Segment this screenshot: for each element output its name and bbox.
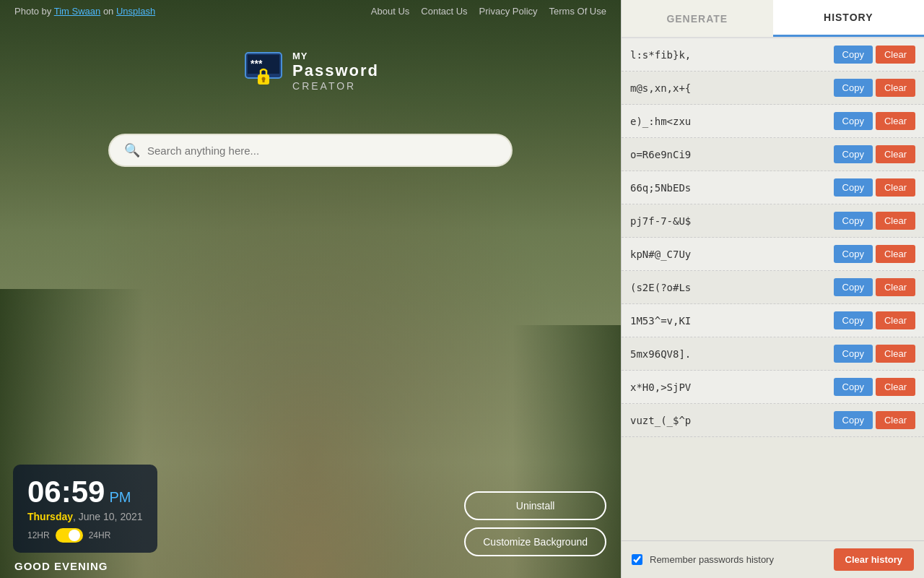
- password-value: (s2E(?o#Ls: [630, 282, 834, 293]
- photo-credit-prefix: Photo by: [14, 6, 54, 17]
- tab-generate[interactable]: GENERATE: [622, 0, 773, 37]
- copy-button[interactable]: Copy: [834, 112, 873, 130]
- clock-date-rest: , June 10, 2021: [73, 511, 143, 522]
- password-value: x*H0,>SjPV: [630, 381, 834, 393]
- copy-button[interactable]: Copy: [834, 79, 873, 97]
- password-list: l:s*fib}k,CopyClearm@s,xn,x+{CopyCleare)…: [622, 38, 924, 540]
- svg-rect-5: [263, 79, 265, 82]
- search-container: 🔍: [108, 134, 513, 167]
- left-panel: Photo by Tim Swaan on Unsplash About Us …: [0, 0, 621, 578]
- nav-terms[interactable]: Terms Of Use: [549, 6, 606, 17]
- clear-history-button[interactable]: Clear history: [834, 548, 914, 571]
- copy-button[interactable]: Copy: [834, 311, 873, 329]
- logo-icon: ***: [242, 51, 285, 91]
- password-value: 1M53^=v,KI: [630, 315, 834, 327]
- clear-button[interactable]: Clear: [876, 145, 915, 163]
- password-item: e)_:hm<zxuCopyClear: [622, 105, 924, 138]
- password-value: 66q;5NbEDs: [630, 182, 834, 194]
- clear-button[interactable]: Clear: [876, 411, 915, 429]
- password-item: o=R6e9nCi9CopyClear: [622, 138, 924, 171]
- clock-time-display: 06:59 PM: [27, 475, 143, 509]
- password-item: vuzt_(_$^pCopyClear: [622, 404, 924, 437]
- password-item: x*H0,>SjPVCopyClear: [622, 371, 924, 404]
- password-item: 5mx96QV8].CopyClear: [622, 337, 924, 371]
- photo-credit: Photo by Tim Swaan on Unsplash: [14, 6, 155, 17]
- nav-contact[interactable]: Contact Us: [421, 6, 467, 17]
- password-value: e)_:hm<zxu: [630, 116, 834, 127]
- search-icon: 🔍: [124, 142, 140, 158]
- clear-button[interactable]: Clear: [876, 46, 915, 64]
- photo-credit-on: on: [103, 6, 116, 17]
- copy-button[interactable]: Copy: [834, 345, 873, 363]
- customize-background-button[interactable]: Customize Background: [464, 527, 606, 556]
- password-value: pj7f-7-&U$: [630, 215, 834, 227]
- clear-button[interactable]: Clear: [876, 278, 915, 296]
- clear-button[interactable]: Clear: [876, 112, 915, 130]
- svg-text:***: ***: [250, 58, 263, 69]
- clock-time: 06:59: [27, 475, 105, 509]
- password-item: m@s,xn,x+{CopyClear: [622, 72, 924, 105]
- clock-toggle-24hr: 24HR: [89, 530, 111, 540]
- password-value: kpN#@_C7Uy: [630, 249, 834, 260]
- clock-toggle-switch[interactable]: [56, 528, 83, 543]
- bottom-buttons: Uninstall Customize Background: [464, 491, 606, 556]
- password-value: o=R6e9nCi9: [630, 149, 834, 160]
- greeting-text: GOOD EVENING: [14, 560, 108, 572]
- bottom-bar: Remember passwords history Clear history: [622, 540, 924, 578]
- copy-button[interactable]: Copy: [834, 178, 873, 197]
- copy-button[interactable]: Copy: [834, 378, 873, 396]
- copy-button[interactable]: Copy: [834, 278, 873, 296]
- copy-button[interactable]: Copy: [834, 46, 873, 64]
- tabs-header: GENERATE HISTORY: [622, 0, 924, 38]
- password-item: (s2E(?o#LsCopyClear: [622, 271, 924, 304]
- clock-toggle[interactable]: 12HR 24HR: [27, 528, 143, 543]
- clear-button[interactable]: Clear: [876, 311, 915, 329]
- nav-links: About Us Contact Us Privacy Policy Terms…: [371, 6, 606, 17]
- logo-password: Password: [292, 61, 379, 80]
- path-decoration: [202, 361, 419, 578]
- remember-checkbox[interactable]: [632, 554, 642, 565]
- clear-button[interactable]: Clear: [876, 245, 915, 263]
- search-input[interactable]: [147, 144, 497, 157]
- copy-button[interactable]: Copy: [834, 145, 873, 163]
- uninstall-button[interactable]: Uninstall: [464, 491, 606, 520]
- password-item: l:s*fib}k,CopyClear: [622, 38, 924, 72]
- copy-button[interactable]: Copy: [834, 245, 873, 263]
- search-bar: 🔍: [108, 134, 513, 167]
- copy-button[interactable]: Copy: [834, 212, 873, 230]
- nav-about[interactable]: About Us: [371, 6, 409, 17]
- clock-ampm: PM: [109, 489, 131, 506]
- password-value: 5mx96QV8].: [630, 348, 834, 360]
- right-panel: GENERATE HISTORY l:s*fib}k,CopyClearm@s,…: [621, 0, 924, 578]
- photo-author-link[interactable]: Tim Swaan: [54, 6, 101, 17]
- remember-label: Remember passwords history: [650, 554, 827, 565]
- clock-date: Thursday, June 10, 2021: [27, 511, 143, 522]
- logo-creator: CREATOR: [292, 80, 379, 92]
- clear-button[interactable]: Clear: [876, 378, 915, 396]
- password-item: 66q;5NbEDsCopyClear: [622, 171, 924, 204]
- clear-button[interactable]: Clear: [876, 79, 915, 97]
- nav-privacy[interactable]: Privacy Policy: [479, 6, 538, 17]
- copy-button[interactable]: Copy: [834, 411, 873, 429]
- password-value: l:s*fib}k,: [630, 49, 834, 61]
- logo-area: *** MY Password CREATOR: [242, 51, 379, 92]
- logo-my: MY: [292, 51, 379, 61]
- password-item: kpN#@_C7UyCopyClear: [622, 238, 924, 271]
- photo-source-link[interactable]: Unsplash: [116, 6, 155, 17]
- password-item: 1M53^=v,KICopyClear: [622, 304, 924, 337]
- clear-button[interactable]: Clear: [876, 212, 915, 230]
- toggle-thumb: [69, 530, 80, 541]
- password-item: pj7f-7-&U$CopyClear: [622, 204, 924, 238]
- logo-text: MY Password CREATOR: [292, 51, 379, 92]
- tab-history[interactable]: HISTORY: [773, 0, 925, 37]
- clear-button[interactable]: Clear: [876, 345, 915, 363]
- password-value: m@s,xn,x+{: [630, 82, 834, 94]
- clock-toggle-12hr: 12HR: [27, 530, 50, 540]
- password-value: vuzt_(_$^p: [630, 415, 834, 426]
- clock-widget: 06:59 PM Thursday, June 10, 2021 12HR 24…: [13, 465, 157, 553]
- clock-day: Thursday: [27, 511, 73, 522]
- clear-button[interactable]: Clear: [876, 178, 915, 197]
- top-nav: Photo by Tim Swaan on Unsplash About Us …: [0, 0, 621, 22]
